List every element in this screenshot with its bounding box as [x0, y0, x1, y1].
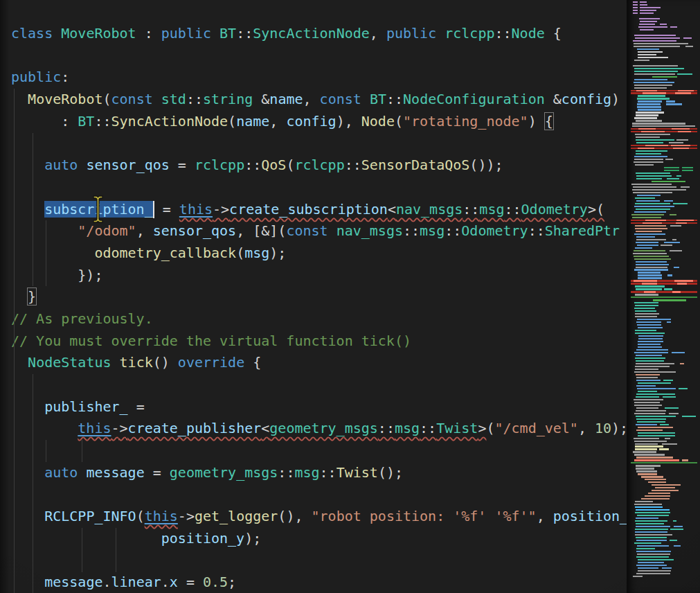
minimap-line [631, 65, 697, 67]
minimap-segment [636, 430, 663, 431]
minimap-line [631, 344, 697, 345]
code-token: ) [611, 91, 620, 107]
code-token: :: [403, 222, 420, 239]
minimap-line [631, 209, 697, 210]
code-token: SyncActionNode [111, 113, 228, 130]
minimap-segment [636, 470, 658, 472]
minimap-line [631, 57, 697, 58]
code-line [11, 132, 627, 154]
code-token: get_logger [195, 508, 278, 524]
minimap-line [631, 264, 697, 265]
minimap-line [631, 211, 697, 213]
code-token: :: [528, 222, 545, 239]
indent-guide [82, 440, 82, 462]
code-area[interactable]: class MoveRobot : public BT::SyncActionN… [0, 0, 627, 593]
minimap-line [631, 438, 697, 439]
minimap-line [631, 195, 697, 196]
minimap-segment [641, 476, 663, 477]
minimap-segment [672, 239, 676, 240]
code-token: < [388, 201, 396, 218]
minimap-line [631, 388, 697, 389]
minimap-line [631, 167, 697, 168]
minimap-line [631, 481, 697, 483]
minimap-segment [633, 4, 638, 6]
minimap-segment [683, 37, 692, 39]
minimap-segment [638, 95, 665, 96]
code-token: ( [395, 113, 403, 130]
code-token: override [178, 354, 244, 371]
minimap-line [631, 92, 697, 94]
minimap-segment [634, 68, 685, 69]
minimap-segment [636, 556, 669, 558]
minimap-segment [634, 71, 678, 72]
minimap-line [631, 134, 697, 135]
minimap[interactable] [627, 0, 700, 593]
code-token: subscription_ [44, 201, 153, 218]
minimap-segment [634, 258, 671, 260]
minimap-segment [634, 542, 661, 544]
minimap-segment [634, 438, 660, 439]
minimap-line [631, 545, 697, 547]
minimap-line [631, 565, 697, 566]
minimap-line [631, 443, 697, 445]
code-line: }); [11, 265, 627, 287]
minimap-line [631, 12, 697, 14]
minimap-segment [635, 294, 658, 295]
code-token: :: [378, 420, 395, 436]
minimap-segment [633, 253, 667, 254]
code-token: & [253, 91, 269, 107]
minimap-segment [631, 214, 663, 215]
minimap-segment [635, 225, 666, 227]
minimap-segment [640, 4, 647, 6]
minimap-segment [636, 548, 655, 549]
minimap-line [631, 335, 697, 337]
code-token: { [545, 25, 562, 42]
code-token [328, 222, 336, 239]
minimap-segment [636, 349, 669, 351]
minimap-segment [665, 438, 670, 439]
minimap-line [631, 465, 697, 466]
minimap-segment [636, 242, 658, 243]
minimap-line [631, 427, 697, 428]
minimap-segment [638, 54, 656, 55]
minimap-segment [636, 153, 661, 154]
minimap-segment [633, 451, 656, 452]
code-token: = [145, 464, 170, 481]
minimap-line [631, 341, 697, 342]
minimap-line [631, 277, 697, 278]
minimap-line [631, 10, 697, 11]
minimap-segment [636, 321, 661, 323]
code-token: : [11, 113, 78, 130]
minimap-line [631, 253, 697, 254]
code-token: msg [479, 201, 504, 218]
error-squiggle: this [145, 508, 178, 524]
minimap-segment [637, 195, 661, 196]
minimap-line [631, 145, 697, 146]
code-token: msg [395, 420, 420, 436]
minimap-segment [682, 459, 688, 461]
minimap-line [631, 175, 697, 177]
minimap-segment [645, 479, 666, 480]
minimap-segment [636, 136, 660, 138]
minimap-line [631, 109, 697, 110]
minimap-segment [674, 526, 683, 527]
minimap-line [631, 523, 697, 524]
minimap-line [631, 374, 697, 375]
indent-guide [116, 528, 116, 572]
code-token: const [111, 91, 153, 107]
minimap-segment [669, 413, 679, 414]
minimap-segment [634, 504, 662, 505]
code-token: tick [120, 354, 153, 371]
code-token: name [236, 113, 269, 130]
minimap-segment [636, 114, 659, 116]
indent-guide [82, 528, 82, 572]
code-token: ); [269, 245, 286, 261]
minimap-segment [638, 562, 664, 563]
minimap-segment [634, 352, 668, 353]
code-token: BT [78, 113, 94, 130]
code-token: : [136, 25, 161, 42]
code-token [11, 508, 44, 524]
code-token: std [161, 91, 186, 107]
minimap-segment [632, 217, 661, 218]
minimap-segment [636, 363, 674, 364]
